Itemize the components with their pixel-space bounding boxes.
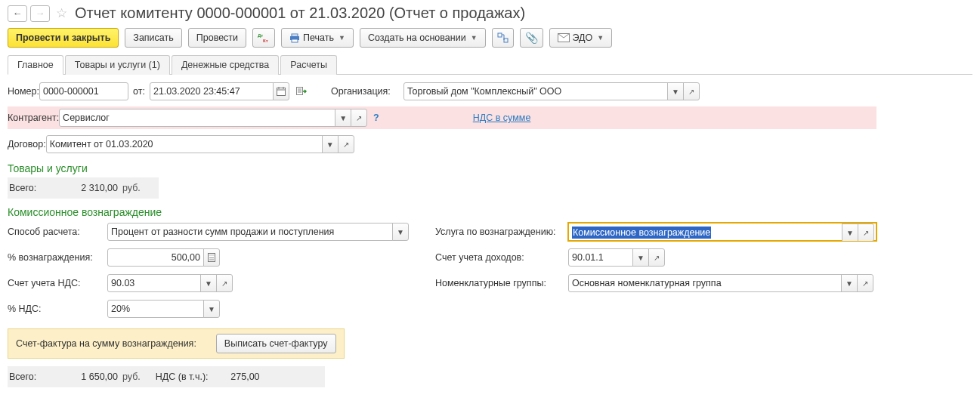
attach-button[interactable]: 📎 xyxy=(520,28,543,48)
counterparty-dropdown-button[interactable]: ▼ xyxy=(335,109,351,127)
tab-settlements[interactable]: Расчеты xyxy=(280,55,337,75)
nav-back-button[interactable]: ← xyxy=(8,5,27,22)
commission-section-title: Комиссионное вознаграждение xyxy=(8,206,876,218)
summary-box: Всего: 1 650,00 руб. НДС (в т.ч.): 275,0… xyxy=(8,366,325,387)
tab-goods-services[interactable]: Товары и услуги (1) xyxy=(65,55,170,75)
chevron-down-icon: ▼ xyxy=(637,254,645,262)
svg-text:Кт: Кт xyxy=(263,39,268,43)
organization-input[interactable] xyxy=(403,82,668,100)
chevron-down-icon: ▼ xyxy=(339,34,345,42)
summary-total-label: Всего: xyxy=(9,371,54,382)
vat-account-dropdown-button[interactable]: ▼ xyxy=(200,274,217,292)
svg-rect-6 xyxy=(504,39,508,42)
date-input[interactable] xyxy=(150,82,274,100)
number-label: Номер: xyxy=(8,86,39,97)
dr-cr-button[interactable]: ДтКт xyxy=(252,28,275,48)
svg-point-19 xyxy=(211,257,212,259)
vat-account-open-button[interactable]: ↗ xyxy=(216,274,233,292)
contract-open-button[interactable]: ↗ xyxy=(338,135,354,153)
arrow-right-icon: → xyxy=(36,8,45,19)
calendar-button[interactable] xyxy=(273,82,289,100)
contract-input[interactable] xyxy=(46,135,323,153)
nomen-groups-label: Номенклатурные группы: xyxy=(435,278,568,288)
calendar-icon xyxy=(277,87,286,96)
vat-account-label: Счет учета НДС: xyxy=(8,278,107,288)
svg-text:Дт: Дт xyxy=(258,33,263,38)
svg-rect-4 xyxy=(292,39,298,42)
calc-method-dropdown-button[interactable]: ▼ xyxy=(392,223,409,241)
invoice-bar: Счет-фактура на сумму вознаграждения: Вы… xyxy=(8,328,345,359)
percent-calc-button[interactable] xyxy=(203,248,220,267)
chevron-down-icon: ▼ xyxy=(846,229,854,237)
svg-point-22 xyxy=(211,259,212,260)
open-link-icon: ↗ xyxy=(862,279,868,288)
goods-total-box: Всего: 2 310,00 руб. xyxy=(8,177,159,199)
nomen-groups-input[interactable] xyxy=(568,274,842,292)
counterparty-open-button[interactable]: ↗ xyxy=(351,109,367,127)
favorite-star-icon[interactable]: ☆ xyxy=(56,5,67,21)
organization-dropdown-button[interactable]: ▼ xyxy=(667,82,684,100)
vat-percent-input[interactable] xyxy=(107,300,204,318)
income-account-dropdown-button[interactable]: ▼ xyxy=(632,248,649,267)
envelope-icon xyxy=(558,33,570,42)
nomen-groups-dropdown-button[interactable]: ▼ xyxy=(841,274,858,292)
income-account-label: Счет учета доходов: xyxy=(435,252,568,263)
vat-percent-label: % НДС: xyxy=(8,304,107,314)
svg-rect-17 xyxy=(209,254,215,257)
tab-money[interactable]: Денежные средства xyxy=(172,55,279,75)
service-open-button[interactable]: ↗ xyxy=(858,223,874,242)
save-button[interactable]: Записать xyxy=(125,28,181,48)
goods-total-currency: руб. xyxy=(122,183,141,193)
printer-icon xyxy=(289,33,300,43)
nav-forward-button[interactable]: → xyxy=(30,5,50,22)
post-and-close-button[interactable]: Провести и закрыть xyxy=(8,28,119,48)
income-account-open-button[interactable]: ↗ xyxy=(648,248,665,267)
vat-in-sum-link[interactable]: НДС в сумме xyxy=(473,113,531,123)
arrow-left-icon: ← xyxy=(13,8,23,19)
edo-button[interactable]: ЭДО ▼ xyxy=(549,28,613,48)
svg-point-18 xyxy=(209,257,211,259)
toolbar: Провести и закрыть Записать Провести ДтК… xyxy=(8,28,972,48)
open-link-icon: ↗ xyxy=(221,279,227,288)
chevron-down-icon: ▼ xyxy=(326,140,334,149)
service-input[interactable]: Комиссионное вознаграждение xyxy=(569,223,842,242)
open-link-icon: ↗ xyxy=(356,114,362,122)
service-dropdown-button[interactable]: ▼ xyxy=(842,223,858,242)
vat-percent-dropdown-button[interactable]: ▼ xyxy=(203,300,220,318)
chevron-down-icon: ▼ xyxy=(205,279,212,288)
counterparty-help-button[interactable]: ? xyxy=(373,113,379,123)
vat-account-input[interactable] xyxy=(107,274,201,292)
svg-point-21 xyxy=(209,259,211,260)
invoice-label: Счет-фактура на сумму вознаграждения: xyxy=(16,338,196,349)
percent-input[interactable] xyxy=(107,248,204,267)
write-invoice-button[interactable]: Выписать счет-фактуру xyxy=(216,334,336,353)
svg-rect-5 xyxy=(498,33,502,37)
counterparty-input[interactable] xyxy=(59,109,335,127)
related-docs-button[interactable] xyxy=(492,28,514,48)
svg-rect-2 xyxy=(292,34,298,36)
open-link-icon: ↗ xyxy=(863,229,869,237)
summary-currency: руб. xyxy=(122,371,141,382)
nomen-groups-open-button[interactable]: ↗ xyxy=(857,274,873,292)
goods-total-label: Всего: xyxy=(9,183,54,193)
service-label: Услуга по вознаграждению: xyxy=(435,227,568,237)
organization-open-button[interactable]: ↗ xyxy=(683,82,700,100)
contract-dropdown-button[interactable]: ▼ xyxy=(322,135,339,153)
tab-main[interactable]: Главное xyxy=(8,55,63,75)
process-icon[interactable] xyxy=(293,83,310,100)
chevron-down-icon: ▼ xyxy=(208,305,215,313)
income-account-input[interactable] xyxy=(568,248,633,267)
chevron-down-icon: ▼ xyxy=(672,88,679,96)
post-button[interactable]: Провести xyxy=(188,28,246,48)
open-link-icon: ↗ xyxy=(688,88,694,96)
print-button[interactable]: Печать ▼ xyxy=(281,28,354,48)
number-input[interactable] xyxy=(39,82,128,100)
chevron-down-icon: ▼ xyxy=(597,34,604,42)
calc-method-input[interactable] xyxy=(107,223,393,241)
chevron-down-icon: ▼ xyxy=(846,279,853,288)
goods-total-value: 2 310,00 xyxy=(54,183,122,193)
counterparty-label: Контрагент: xyxy=(8,113,59,123)
summary-vat-value: 275,00 xyxy=(209,371,263,382)
create-on-basis-button[interactable]: Создать на основании ▼ xyxy=(360,28,486,48)
related-docs-icon xyxy=(497,32,509,43)
